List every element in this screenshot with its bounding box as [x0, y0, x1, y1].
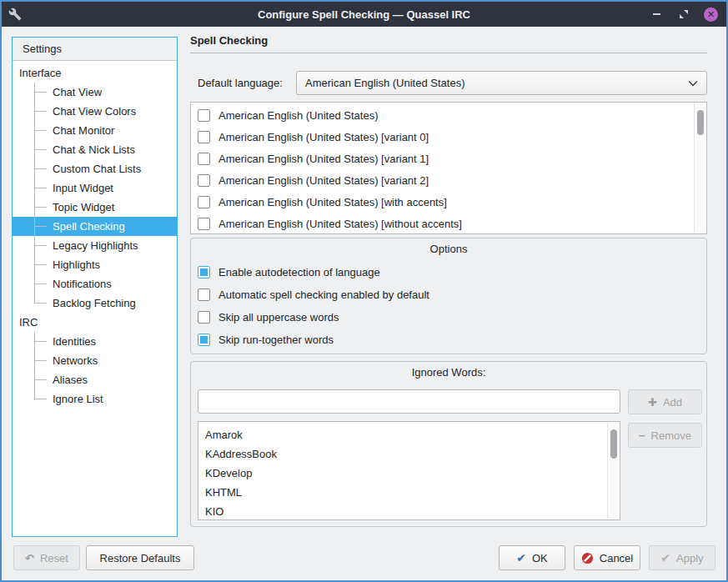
sidebar-item-label: Identities	[53, 335, 96, 348]
apply-button[interactable]: ✔ Apply	[649, 545, 715, 570]
options-groupbox: Options Enable autodetection of language…	[190, 238, 707, 354]
ignored-list-scrollbar[interactable]	[607, 423, 619, 519]
option-row[interactable]: Enable autodetection of language	[198, 261, 700, 283]
sidebar-item-label: Chat View Colors	[53, 105, 136, 118]
checkbox[interactable]	[198, 109, 210, 122]
reset-button[interactable]: ↶ Reset	[13, 545, 80, 570]
checkbox[interactable]	[198, 196, 210, 208]
sidebar-item-label: Input Widget	[53, 182, 113, 194]
checkbox[interactable]	[198, 174, 210, 187]
remove-button[interactable]: − Remove	[628, 423, 702, 448]
sidebar-item-label: Chat & Nick Lists	[53, 143, 135, 156]
checkbox[interactable]	[198, 288, 210, 301]
restore-defaults-label: Restore Defaults	[100, 552, 181, 564]
sidebar-item-custom-chat-lists[interactable]: Custom Chat Lists	[13, 159, 177, 178]
sidebar-item-label: Custom Chat Lists	[53, 163, 141, 175]
sidebar-item-chat-view-colors[interactable]: Chat View Colors	[13, 102, 177, 121]
scrollbar-thumb[interactable]	[697, 110, 704, 135]
sidebar-item-topic-widget[interactable]: Topic Widget	[13, 198, 177, 217]
sidebar-item-chat-monitor[interactable]: Chat Monitor	[13, 121, 177, 140]
sidebar-item-networks[interactable]: Networks	[13, 351, 177, 370]
wrench-icon	[8, 8, 22, 21]
option-label: Skip all uppercase words	[218, 311, 339, 324]
ignored-word-row[interactable]: KDevelop	[198, 464, 620, 483]
option-row[interactable]: Skip run-together words	[198, 329, 700, 351]
minimize-icon	[653, 13, 660, 15]
option-row[interactable]: Skip all uppercase words	[198, 306, 700, 329]
checkbox[interactable]	[198, 266, 210, 278]
ignored-word-row[interactable]: KIO	[198, 502, 620, 520]
ignored-word-row[interactable]: KAddressBook	[198, 444, 620, 464]
option-label: Automatic spell checking enabled by defa…	[218, 288, 429, 301]
sidebar-item-irc[interactable]: IRC	[13, 313, 177, 332]
sidebar-item-label: Topic Widget	[53, 201, 114, 213]
sidebar-item-chat-view[interactable]: Chat View	[13, 83, 177, 102]
sidebar-item-ignore-list[interactable]: Ignore List	[13, 389, 177, 409]
checkbox[interactable]	[198, 218, 210, 230]
sidebar-item-label: Chat View	[53, 86, 102, 98]
window-controls: ✕	[649, 2, 718, 27]
minimize-button[interactable]	[649, 7, 664, 22]
language-row[interactable]: American English (United States) [varian…	[191, 126, 706, 148]
language-list-scrollbar[interactable]	[694, 103, 705, 233]
sidebar-item-input-widget[interactable]: Input Widget	[13, 178, 177, 198]
apply-button-label: Apply	[676, 552, 704, 564]
language-label: American English (United States) [varian…	[218, 174, 429, 187]
language-label: American English (United States) [withou…	[218, 218, 462, 230]
check-icon: ✔	[516, 552, 526, 564]
checkbox[interactable]	[198, 131, 210, 143]
language-row[interactable]: American English (United States) [varian…	[191, 148, 706, 169]
scrollbar-thumb[interactable]	[610, 429, 617, 459]
check-icon: ✔	[660, 552, 670, 564]
sidebar-item-label: Spell Checking	[53, 220, 125, 233]
language-label: American English (United States)	[218, 109, 378, 122]
ignored-word-input[interactable]	[198, 389, 620, 414]
sidebar-item-interface[interactable]: Interface	[13, 63, 177, 83]
settings-sidebar: Settings InterfaceChat ViewChat View Col…	[12, 37, 178, 537]
option-row[interactable]: Automatic spell checking enabled by defa…	[198, 283, 700, 306]
sidebar-item-highlights[interactable]: Highlights	[13, 255, 177, 274]
default-language-combobox[interactable]: American English (United States)	[296, 71, 707, 95]
ok-button[interactable]: ✔ OK	[499, 545, 565, 570]
sidebar-item-label: Networks	[53, 354, 98, 367]
title-separator	[190, 53, 707, 53]
options-rows: Enable autodetection of languageAutomati…	[198, 261, 700, 351]
option-label: Enable autodetection of language	[218, 266, 380, 278]
checkbox[interactable]	[198, 311, 210, 324]
sidebar-item-label: Legacy Highlights	[53, 239, 138, 252]
ignored-word-row[interactable]: Amarok	[198, 425, 620, 444]
language-row[interactable]: American English (United States) [with a…	[191, 191, 706, 213]
cancel-button[interactable]: Cancel	[574, 545, 640, 570]
ignored-words-title: Ignored Words:	[191, 366, 706, 379]
undo-icon: ↶	[25, 553, 34, 564]
language-label: American English (United States) [varian…	[218, 131, 429, 143]
sidebar-item-backlog-fetching[interactable]: Backlog Fetching	[13, 294, 177, 313]
minus-icon: −	[639, 430, 645, 441]
ignored-word-row[interactable]: KHTML	[198, 483, 620, 502]
default-language-label: Default language:	[198, 71, 283, 95]
sidebar-item-spell-checking[interactable]: Spell Checking	[13, 217, 177, 236]
restore-icon	[679, 9, 689, 19]
sidebar-item-label: Aliases	[53, 374, 88, 386]
close-button[interactable]: ✕	[704, 8, 718, 22]
restore-defaults-button[interactable]: Restore Defaults	[86, 545, 194, 570]
language-row[interactable]: American English (United States) [withou…	[191, 213, 706, 234]
cancel-icon	[581, 552, 594, 564]
sidebar-item-legacy-highlights[interactable]: Legacy Highlights	[13, 236, 177, 255]
sidebar-item-identities[interactable]: Identities	[13, 332, 177, 351]
remove-button-label: Remove	[651, 429, 691, 442]
sidebar-item-aliases[interactable]: Aliases	[13, 370, 177, 389]
sidebar-item-chat-nick-lists[interactable]: Chat & Nick Lists	[13, 140, 177, 159]
checkbox[interactable]	[198, 334, 210, 346]
sidebar-item-label: Highlights	[53, 258, 100, 271]
ignored-words-list: AmarokKAddressBookKDevelopKHTMLKIO	[198, 421, 620, 520]
add-button[interactable]: ✚ Add	[628, 389, 702, 414]
sidebar-item-notifications[interactable]: Notifications	[13, 274, 177, 294]
dialog-content: Settings InterfaceChat ViewChat View Col…	[2, 27, 726, 580]
ignored-words-groupbox: Ignored Words: ✚ Add AmarokKAddressBookK…	[190, 361, 707, 527]
language-row[interactable]: American English (United States) [varian…	[191, 169, 706, 191]
language-row[interactable]: American English (United States)	[191, 104, 706, 126]
titlebar: Configure Spell Checking — Quassel IRC ✕	[2, 2, 726, 27]
restore-button[interactable]	[676, 7, 691, 22]
checkbox[interactable]	[198, 153, 210, 165]
